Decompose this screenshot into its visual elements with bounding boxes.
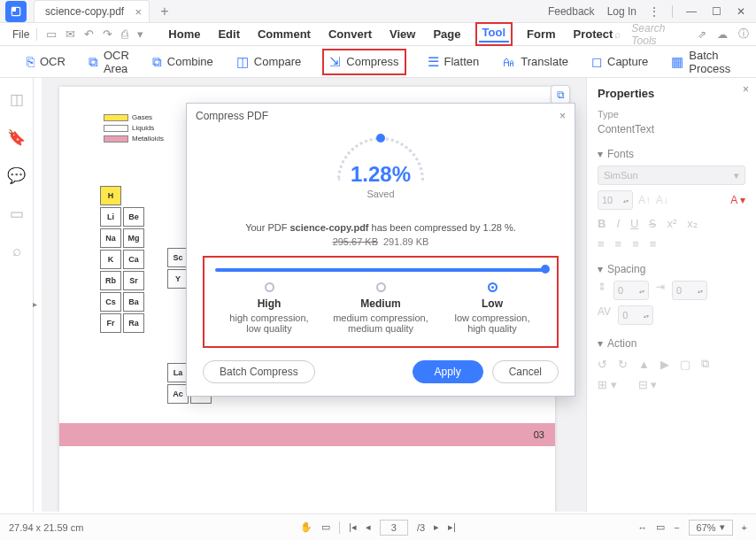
menu-comment[interactable]: Comment	[258, 26, 311, 42]
redo-icon[interactable]: ↷	[103, 27, 112, 41]
more-menu-icon[interactable]: ⋮	[649, 5, 660, 18]
kerning-field[interactable]: 0▴▾	[618, 305, 653, 325]
dist-h-icon[interactable]: ⊞ ▾	[598, 378, 617, 391]
page-float-button[interactable]: ⧉	[551, 85, 570, 104]
rotate-left-icon[interactable]: ↺	[598, 358, 607, 371]
action-section[interactable]: Action	[607, 337, 636, 350]
zoom-out-icon[interactable]: −	[674, 522, 679, 533]
italic-icon[interactable]: I	[616, 217, 620, 230]
flatten-button[interactable]: ☰Flatten	[428, 54, 480, 70]
print-icon[interactable]: ⎙	[121, 27, 128, 41]
close-properties-icon[interactable]: ×	[743, 83, 749, 96]
cloud-icon[interactable]: ☁	[717, 28, 728, 41]
align-center-icon[interactable]: ≡	[615, 237, 622, 251]
compress-button[interactable]: ⇲Compress	[324, 50, 404, 73]
dist-v-icon[interactable]: ⊟ ▾	[638, 378, 658, 391]
last-page-icon[interactable]: ▸|	[448, 521, 456, 533]
document-tab[interactable]: science-copy.pdf ×	[34, 0, 150, 22]
add-tab-button[interactable]: +	[160, 4, 168, 19]
menu-home[interactable]: Home	[168, 26, 200, 42]
menu-form[interactable]: Form	[527, 26, 556, 42]
menu-edit[interactable]: Edit	[218, 26, 240, 42]
chevron-down-icon[interactable]: ▾	[598, 148, 603, 160]
maximize-icon[interactable]: ☐	[710, 5, 722, 18]
superscript-icon[interactable]: x²	[667, 217, 676, 230]
translate-button[interactable]: 🗛Translate	[502, 54, 568, 69]
compress-option-high[interactable]: Highhigh compression,low quality	[213, 282, 325, 334]
compress-option-medium[interactable]: Mediummedium compression,medium quality	[325, 282, 436, 334]
first-page-icon[interactable]: |◂	[349, 521, 357, 533]
flip-v-icon[interactable]: ▲	[638, 358, 650, 371]
minimize-icon[interactable]: —	[685, 5, 698, 18]
single-page-icon[interactable]: ▭	[656, 521, 665, 533]
batch-process-button[interactable]: ▦Batch Process	[671, 49, 730, 75]
ocr-button[interactable]: ⎘OCR	[27, 54, 66, 69]
chevron-down-icon[interactable]: ▾	[598, 337, 603, 350]
next-page-icon[interactable]: ▸	[434, 521, 439, 533]
close-dialog-icon[interactable]: ×	[559, 110, 566, 122]
line-spacing-field[interactable]: 0▴▾	[613, 281, 649, 300]
quality-slider[interactable]	[215, 268, 546, 272]
close-window-icon[interactable]: ✕	[735, 5, 747, 18]
share-icon[interactable]: ⇗	[698, 28, 706, 41]
indent-field[interactable]: 0▴▾	[672, 281, 707, 300]
spacing-section[interactable]: Spacing	[607, 263, 645, 275]
login-link[interactable]: Log In	[607, 5, 636, 18]
menu-tool[interactable]: Tool	[479, 26, 509, 42]
chevron-down-icon[interactable]: ▾	[598, 263, 603, 275]
kerning-icon: AV	[598, 305, 611, 325]
compress-option-low[interactable]: Lowlow compression,high quality	[436, 282, 548, 334]
font-family-select[interactable]: SimSun▾	[598, 166, 745, 185]
bold-icon[interactable]: B	[598, 217, 606, 230]
attachments-icon[interactable]: ▭	[10, 204, 24, 223]
menu-page[interactable]: Page	[433, 26, 460, 42]
fit-width-icon[interactable]: ↔	[637, 522, 647, 533]
align-right-icon[interactable]: ≡	[632, 237, 639, 251]
search-icon[interactable]: ⌕	[614, 28, 621, 41]
zoom-select[interactable]: 67% ▾	[689, 520, 733, 536]
search-panel-icon[interactable]: ⌕	[12, 243, 21, 260]
file-menu[interactable]: File	[7, 28, 35, 41]
comments-icon[interactable]: 💬	[7, 166, 26, 185]
dropdown-icon[interactable]: ▾	[137, 27, 143, 41]
copy-icon[interactable]: ⧉	[701, 357, 709, 371]
menu-convert[interactable]: Convert	[328, 26, 372, 42]
align-justify-icon[interactable]: ≡	[650, 237, 657, 251]
font-color-icon[interactable]: A ▾	[730, 194, 745, 206]
prev-page-icon[interactable]: ◂	[366, 521, 371, 533]
mail-icon[interactable]: ✉	[66, 27, 75, 41]
cancel-button[interactable]: Cancel	[492, 360, 559, 383]
select-tool-icon[interactable]: ▭	[321, 521, 330, 533]
menu-protect[interactable]: Protect	[574, 26, 613, 42]
font-size-field[interactable]: 10▴▾	[598, 190, 633, 210]
feedback-link[interactable]: Feedback	[548, 5, 595, 18]
bookmarks-icon[interactable]: 🔖	[7, 128, 26, 147]
capture-button[interactable]: ◻Capture	[591, 54, 648, 70]
thumbnails-icon[interactable]: ◫	[10, 90, 24, 109]
help-icon[interactable]: ⓘ	[738, 27, 749, 42]
collapse-arrow-icon[interactable]: ▸	[33, 299, 37, 309]
menu-view[interactable]: View	[390, 26, 415, 42]
increase-font-icon[interactable]: A↑	[638, 194, 651, 206]
close-tab-icon[interactable]: ×	[135, 5, 143, 19]
ocr-area-button[interactable]: ⧉OCR Area	[89, 49, 129, 75]
apply-button[interactable]: Apply	[413, 360, 483, 383]
open-icon[interactable]: ▭	[46, 27, 57, 41]
undo-icon[interactable]: ↶	[84, 27, 94, 41]
subscript-icon[interactable]: x₂	[687, 217, 698, 230]
crop-icon[interactable]: ▢	[680, 358, 690, 371]
page-number-input[interactable]: 3	[380, 520, 408, 536]
zoom-in-icon[interactable]: +	[742, 522, 747, 533]
align-left-icon[interactable]: ≡	[598, 237, 605, 251]
rotate-right-icon[interactable]: ↻	[618, 358, 628, 371]
flip-h-icon[interactable]: ▶	[660, 358, 669, 371]
batch-compress-button[interactable]: Batch Compress	[203, 360, 315, 383]
strike-icon[interactable]: S̶	[649, 217, 656, 230]
combine-button[interactable]: ⧉Combine	[152, 54, 213, 70]
underline-icon[interactable]: U	[630, 217, 638, 230]
fonts-section[interactable]: Fonts	[607, 148, 634, 160]
search-tools-input[interactable]: Search Tools	[631, 22, 687, 47]
hand-tool-icon[interactable]: ✋	[300, 521, 312, 533]
compare-button[interactable]: ◫Compare	[236, 54, 301, 70]
decrease-font-icon[interactable]: A↓	[656, 194, 668, 206]
